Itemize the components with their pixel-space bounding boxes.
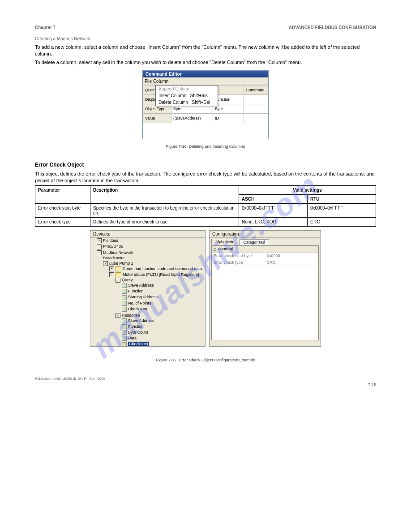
grid-cell (244, 104, 268, 113)
folder-icon (116, 266, 121, 271)
tab-alphabetic[interactable]: Alphabetic (211, 239, 238, 245)
table-cell: Error check start byte (35, 204, 90, 218)
tab-categorized[interactable]: Categorized (240, 239, 270, 245)
grid-cell: ID (213, 113, 244, 123)
leaf-icon (122, 330, 127, 335)
publication-footer: Publication LINX-UM001B-EN-P - April 200… (35, 377, 376, 381)
tree-leaf[interactable]: Data (128, 336, 137, 340)
table-cell: Specifies the byte in the transaction to… (90, 204, 239, 218)
expand-icon[interactable]: + (109, 266, 114, 271)
table-header: ASCII (239, 195, 308, 204)
command-editor-menubar[interactable]: File Column (143, 77, 268, 85)
collapse-icon[interactable]: ▢ (214, 247, 218, 251)
tree-leaf[interactable]: No. of Points (128, 301, 151, 305)
leaf-icon (122, 301, 127, 306)
expand-icon[interactable]: - (116, 313, 120, 318)
expand-icon[interactable]: - (109, 272, 114, 277)
tree-node[interactable]: P485/D485 (103, 244, 123, 249)
configuration-panel: Configuration: Alphabetic Categorized ▢ … (209, 230, 321, 347)
page-subtitle: Creating a Modbus Network (35, 36, 376, 41)
intro-paragraph-1: To add a new column, select a column and… (35, 44, 376, 57)
tree-node-query[interactable]: Query (122, 278, 133, 282)
tree-node[interactable]: Broadcaster (103, 256, 125, 260)
table-header: Valid settings (239, 186, 376, 195)
table-cell: Defines the type of error check to use. (90, 218, 239, 227)
leaf-icon (122, 318, 127, 323)
table-cell: None; LRC; XOR (239, 218, 308, 227)
expand-icon[interactable]: - (103, 261, 108, 266)
leaf-icon (122, 289, 127, 294)
column-context-menu[interactable]: Append Column Insert Column Shift+Ins De… (155, 85, 218, 106)
menu-item-shortcut: Shift+Del (192, 100, 210, 105)
table-header: Description (90, 186, 239, 204)
property-tabs[interactable]: Alphabetic Categorized (210, 238, 321, 245)
error-check-heading: Error Check Object (35, 162, 376, 168)
page-number: 7-15 (35, 382, 376, 387)
command-editor-title: Command Editor (143, 71, 268, 77)
table-cell: 0x0000–0xFFFF (239, 204, 308, 218)
property-group: General (218, 247, 234, 251)
menu-item-delete-column[interactable]: Delete Column Shift+Del (156, 99, 218, 106)
tree-node-response[interactable]: Response (122, 313, 140, 317)
grid-cell: {SlaveAddress} (171, 113, 213, 123)
leaf-icon (122, 342, 127, 347)
page-header: Chapter 7 ADVANCED FIELDBUS CONFIGURATIO… (35, 25, 376, 30)
leaf-icon (122, 295, 127, 300)
tree-leaf[interactable]: Starting Address (128, 295, 158, 299)
leaf-icon (122, 307, 127, 312)
error-check-table: Parameter Description Valid settings ASC… (35, 185, 376, 227)
property-key: Error check type (212, 259, 265, 266)
configuration-panel-title: Configuration: (210, 231, 321, 238)
menu-item-label: Delete Column (158, 100, 188, 105)
leaf-icon (122, 324, 127, 329)
folder-icon (116, 272, 121, 277)
tree-leaf[interactable]: Function (128, 324, 144, 329)
tree-node[interactable]: Lube Pump 1 (109, 261, 133, 266)
figure-7-16-caption: Figure 7-16. Deleting and Inserting Colu… (166, 144, 245, 149)
tree-leaf[interactable]: Function (128, 289, 144, 293)
tree-node[interactable]: Modbus Network (103, 250, 133, 255)
intro-paragraph-2: To delete a column, select any cell in t… (35, 59, 376, 66)
leaf-icon (122, 336, 127, 341)
leaf-icon (122, 283, 127, 288)
expand-icon[interactable]: - (116, 278, 120, 283)
property-value[interactable]: CRC (265, 259, 318, 266)
table-cell: 0x0000–0xFFFF (308, 204, 376, 218)
table-row: Error check start byte Specifies the byt… (35, 204, 376, 218)
tree-node[interactable]: Fieldbus (103, 238, 118, 243)
menu-item-append-column: Append Column (156, 86, 218, 92)
table-cell: CRC (308, 218, 376, 227)
devices-tree-panel: Devices: +Fieldbus -P485/D485 -Modbus Ne… (90, 230, 206, 347)
command-editor-window: Command Editor File Column Quer 2 Comman… (142, 70, 269, 139)
tree-leaf-selected[interactable]: Checksum (128, 342, 149, 346)
tree-leaf[interactable]: Slave Address (128, 318, 154, 323)
error-check-paragraph: This object defines the error check type… (35, 171, 376, 184)
menu-item-label: Insert Column (158, 93, 186, 98)
expand-icon[interactable]: - (97, 250, 102, 255)
expand-icon[interactable]: - (97, 245, 102, 249)
table-cell: Error check type (35, 218, 90, 227)
tree-leaf[interactable]: Checksum (128, 307, 147, 311)
tree-leaf[interactable]: Byte Count (128, 330, 148, 335)
menu-item-insert-column[interactable]: Insert Column Shift+Ins (156, 92, 218, 99)
table-header: RTU (308, 195, 376, 204)
property-value[interactable]: 0x0000 (265, 253, 318, 259)
chapter-label: Chapter 7 (35, 25, 56, 30)
property-key: Error check start byte (212, 253, 265, 259)
tree-node[interactable]: Motor status (F133) [Read Input Register… (123, 272, 199, 277)
devices-tree[interactable]: +Fieldbus -P485/D485 -Modbus Network Bro… (90, 238, 205, 347)
property-grid[interactable]: ▢ General Error check start byte 0x0000 … (211, 245, 319, 340)
tree-leaf[interactable]: Slave Address (128, 283, 154, 287)
property-row[interactable]: Error check type CRC (212, 259, 318, 266)
figure-7-17-caption: Figure 7-17. Error Check Object Configur… (156, 357, 255, 363)
grid-cell: Command (244, 85, 268, 94)
grid-cell: Value (143, 113, 171, 123)
expand-icon[interactable]: + (97, 238, 102, 243)
menu-item-shortcut: Shift+Ins (190, 93, 208, 98)
tree-node[interactable]: Command function code and command data (123, 266, 202, 271)
devices-panel-title: Devices: (90, 231, 205, 238)
table-row: Error check type Defines the type of err… (35, 218, 376, 227)
section-label: ADVANCED FIELDBUS CONFIGURATION (289, 25, 376, 30)
table-header: Parameter (35, 186, 90, 204)
property-row[interactable]: Error check start byte 0x0000 (212, 253, 318, 259)
